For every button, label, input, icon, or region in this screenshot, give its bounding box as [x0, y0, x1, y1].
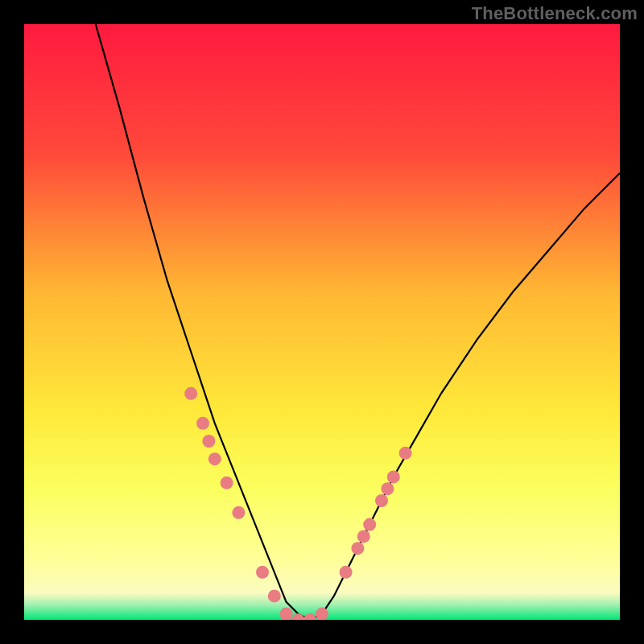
marker-dot [196, 417, 209, 430]
marker-dot [375, 494, 388, 507]
watermark-text: TheBottleneck.com [472, 3, 638, 24]
marker-dot [208, 452, 221, 465]
marker-dot [399, 447, 412, 460]
marker-dot [363, 518, 376, 531]
marker-dot [232, 506, 245, 519]
marker-dot [221, 477, 233, 489]
marker-dot [202, 435, 215, 448]
marker-dot [381, 482, 394, 495]
marker-dot [256, 566, 269, 579]
marker-dot [351, 542, 364, 555]
marker-dot [268, 589, 281, 602]
marker-dot [357, 530, 370, 543]
marker-dot [340, 566, 353, 579]
marker-dot [316, 608, 328, 620]
stage: TheBottleneck.com [0, 0, 644, 644]
marker-dot [280, 608, 293, 620]
bottleneck-chart [24, 24, 620, 620]
chart-background [24, 24, 620, 620]
marker-dot [184, 387, 197, 400]
marker-dot [387, 470, 400, 483]
plot-area [24, 24, 620, 620]
